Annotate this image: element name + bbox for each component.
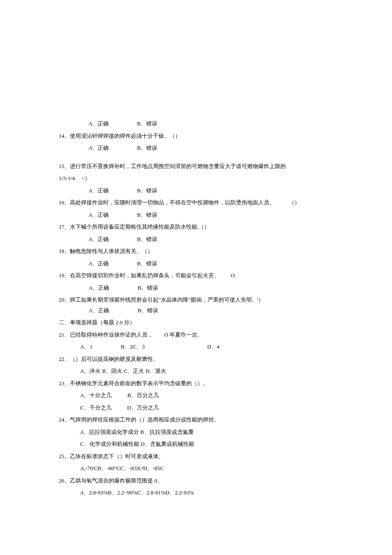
q20-optB: B、错误	[138, 307, 158, 314]
q24-options-line2: C、化学成分和机械性能 D、含氮量或机械性能	[59, 440, 370, 448]
q21-stem: 21、已经取得特种作业操作证的人员，	[59, 331, 153, 338]
q24-stem: 24、气焊用的焊丝应根据工件的（）选用相应成分或性能的焊丝。	[59, 416, 370, 424]
q20-stem: 20、焊工如果长期受强紫外线照射会引起"水晶体内降"眼病，严重的可使人失明。'）	[59, 296, 370, 304]
q21-stem-row: 21、已经取得特种作业操作证的人员， O 年夏巾一次。	[59, 331, 370, 339]
q14-optA: 、正确	[92, 145, 109, 151]
q15-optB: B、错误	[137, 187, 157, 194]
q17-options: A、正确 B、错误	[59, 235, 370, 244]
q23-optC: C、千分之几	[80, 404, 112, 411]
q17-optB: B、错误	[137, 236, 157, 242]
q14-options: A、正确 B、错误	[59, 144, 370, 152]
q14-optA-prefix: A	[89, 145, 92, 151]
q22-options: A、淬火 B、回火 C、正火 D、退火	[59, 367, 370, 375]
q16-options: A、正确 B、错误	[59, 211, 370, 219]
q22-stem: 22、（）后可以提高钢的硬度及耐磨性。	[59, 355, 370, 363]
q16-stem-row: 16、高处焊接作业时，应随时清理一切物品，不得在空中投掷物件，以防烫伤地面人员。…	[59, 198, 370, 207]
q21-optD: D、4	[207, 343, 219, 350]
q19-stem-row: 19、在高空焊接切割作业时，如果乱扔焊条头，可能会引起火灾。 O	[59, 271, 370, 280]
q13-optA-prefix: A	[89, 120, 92, 127]
q13-optB: B、错误	[137, 120, 157, 127]
q23-optA: A、十分之几	[80, 392, 112, 398]
q23-options-line1: A、十分之几 B、百分之几	[59, 391, 370, 400]
q15-optA-prefix: A	[89, 187, 92, 194]
q23-optB: B、百分之几	[127, 392, 159, 398]
q16-optA: 、正确	[92, 212, 109, 218]
q16-optA-prefix: A	[89, 212, 92, 218]
q16-paren: （）	[289, 198, 300, 207]
q17-optA: 、正确	[92, 236, 109, 242]
q24-options-line1: A、抗拉强度或化学成分 B、抗拉强度或含氮量	[59, 428, 370, 436]
q18-optA: 、正确	[92, 260, 109, 267]
q15-options: A、正确 B、错误	[59, 186, 370, 195]
q24-optA-prefix: A	[80, 429, 84, 435]
q26-options: A、2.8-93%B、2.2~90%C、2.8-81%D、2.2-93%	[59, 488, 370, 497]
q13-options: A、正确 B、错误	[59, 119, 370, 128]
q15-stem-line1: 15、进行带压不置换焊补时，工作地点周围空间滞留的可燃物含量应大于该可燃物爆炸上…	[59, 162, 370, 171]
q18-stem: 18、触电危险性与人体状况有关。（）	[59, 247, 370, 256]
q21-optA: A、1	[80, 343, 92, 350]
q20-options: A、正确 B、错误	[59, 306, 370, 315]
q25-stem: 25、乙块在标准状态下（）时可变成液体。	[59, 452, 370, 461]
section-2-title: 二、单项选择题（每题 2.0 分）	[59, 318, 370, 327]
q19-optA: A、正确	[89, 285, 109, 291]
q25-options: A,-70'CB、-80°CC、-83X?D、-85C	[59, 464, 370, 473]
q24-optA: 、抗拉强度或化学成分 B、抗拉强度或含氮量	[84, 429, 194, 435]
q19-stem: 19、在高空焊接切割作业时，如果乱扔焊条头，可能会引起火灾。	[59, 272, 219, 279]
q17-stem: 17、水下喊个所用设备应定期检住其绝缘性能及防水性能.（）	[59, 223, 370, 231]
q23-optD: D、万分之几	[127, 404, 159, 411]
q23-stem: 23、不锈钢化学元素符合前面的数字表示平均含碳量的（）。	[59, 379, 370, 388]
q20-optA: A、正确	[89, 307, 109, 314]
q21-options: A、1 B、2C、3 D、4	[59, 343, 370, 351]
q26-optA-prefix: A	[80, 489, 84, 496]
q23-options-line2: C、千分之几 D、万分之几	[59, 404, 370, 412]
q18-optA-prefix: A	[89, 260, 92, 267]
q16-stem: 16、高处焊接作业时，应随时清理一切物品，不得在空中投掷物件，以防烫伤地面人员。	[59, 199, 275, 206]
q17-optA-prefix: A	[89, 236, 92, 242]
q16-optB: B、错误	[137, 212, 157, 218]
q13-optA: 、正确	[92, 120, 109, 127]
q26-stem: 26、乙烘与氧气混合的爆炸极限范围是 0。	[59, 477, 370, 485]
q19-tail: O	[231, 272, 235, 279]
q21-tail: O 年夏巾一次。	[164, 331, 203, 338]
q19-optB: B、错误	[138, 285, 158, 291]
q18-optB: B、错误	[137, 260, 157, 267]
q19-options: A、正确 B、错误	[59, 284, 370, 292]
q15-optA: 、正确	[92, 187, 109, 194]
content-block: A、正确 B、错误 14、使用浸沾钎焊焊接的焊件必须十分干燥。（） A、正确 B…	[59, 119, 370, 501]
page: A、正确 B、错误 14、使用浸沾钎焊焊接的焊件必须十分干燥。（） A、正确 B…	[0, 0, 392, 555]
q14-stem: 14、使用浸沾钎焊焊接的焊件必须十分干燥。（）	[59, 132, 370, 140]
q14-optB: B、错误	[137, 145, 157, 151]
q15-stem-line2: 1/3-1/4. <）	[59, 174, 370, 183]
q21-optB: B、2C、3	[121, 343, 144, 350]
q18-options: A、正确 B、错误	[59, 259, 370, 268]
q26-opts: 、2.8-93%B、2.2~90%C、2.8-81%D、2.2-93%	[84, 489, 194, 496]
